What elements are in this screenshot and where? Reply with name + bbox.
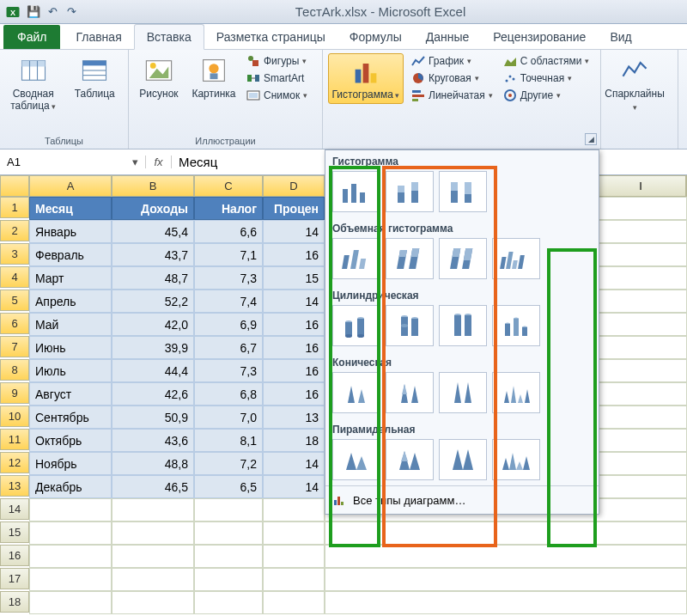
cell-month[interactable]: Сентябрь [29,406,112,429]
row-header-18[interactable]: 18 [0,591,29,613]
cell-percent[interactable]: 16 [263,359,325,382]
empty-cell[interactable] [263,545,325,568]
name-box[interactable]: A1▾ [0,156,146,168]
table-button[interactable]: Таблица [67,53,124,101]
cylinder-clustered[interactable] [332,305,380,346]
cell-month[interactable]: Июль [29,359,112,382]
histogram-100stacked-3d[interactable] [439,238,487,279]
pyramid-100stacked[interactable] [439,439,487,480]
column-header-A[interactable]: A [29,175,112,197]
cell-percent[interactable]: 16 [263,313,325,336]
cone-stacked[interactable] [386,372,434,413]
other-charts-button[interactable]: Другие [501,88,593,103]
empty-cell[interactable] [29,568,112,591]
tab-insert[interactable]: Вставка [134,24,204,50]
bar-chart-button[interactable]: Линейчатая [409,88,495,103]
line-chart-button[interactable]: График [409,53,495,69]
row-header-12[interactable]: 12 [0,452,29,473]
all-chart-types-button[interactable]: Все типы диаграмм… [325,485,599,514]
cell-percent[interactable]: 13 [263,406,325,429]
cell-tax[interactable]: 6,9 [194,313,263,336]
empty-cell[interactable] [112,568,194,591]
cell-income[interactable]: 42,6 [112,382,194,406]
cell-month[interactable]: Август [29,382,112,406]
histogram-stacked-3d[interactable] [386,238,434,279]
cell-tax[interactable]: 7,4 [194,290,263,313]
tab-review[interactable]: Рецензирование [481,25,598,49]
histogram-100stacked-2d[interactable] [439,171,487,212]
cell-percent[interactable]: 16 [263,336,325,359]
empty-cell[interactable] [29,545,112,568]
histogram-clustered-3d[interactable] [332,238,380,279]
empty-cell[interactable] [263,568,325,591]
cell-month[interactable]: Июнь [29,336,112,359]
empty-cell[interactable] [325,591,687,614]
tab-data[interactable]: Данные [414,25,482,49]
cell-percent[interactable]: 15 [263,266,325,290]
shapes-button[interactable]: Фигуры [244,53,310,69]
tab-home[interactable]: Главная [64,25,133,49]
cone-clustered[interactable] [332,372,380,413]
cell-income[interactable]: 44,4 [112,359,194,382]
row-header-15[interactable]: 15 [0,521,29,543]
row-header-16[interactable]: 16 [0,545,29,566]
cylinder-stacked[interactable] [386,305,434,346]
histogram-stacked-2d[interactable] [386,171,434,212]
screenshot-button[interactable]: Снимок [244,88,310,103]
cell-income[interactable]: 50,9 [112,406,194,429]
cone-3d[interactable] [492,372,540,413]
row-header-10[interactable]: 10 [0,406,29,427]
charts-dialog-launcher[interactable]: ◢ [585,133,597,145]
save-icon[interactable]: 💾 [26,4,41,20]
pyramid-3d[interactable] [492,439,540,480]
cell-income[interactable]: 48,7 [112,266,194,290]
empty-cell[interactable] [194,591,263,614]
column-header-B[interactable]: B [112,175,194,197]
row-header-11[interactable]: 11 [0,429,29,450]
cell-month[interactable]: Ноябрь [29,452,112,475]
tab-formulas[interactable]: Формулы [337,25,414,49]
cell-month[interactable]: Декабрь [29,475,112,498]
empty-cell[interactable] [194,498,263,521]
pivot-table-button[interactable]: Сводная таблица [5,53,62,114]
pyramid-clustered[interactable] [332,439,380,480]
cell-income[interactable]: 43,7 [112,243,194,266]
row-header-1[interactable]: 1 [0,197,29,218]
cell-month[interactable]: Апрель [29,290,112,313]
column-header-C[interactable]: C [194,175,263,197]
cell-tax[interactable]: 7,2 [194,452,263,475]
empty-cell[interactable] [194,568,263,591]
histogram-button[interactable]: Гистограмма [328,53,404,104]
cell-percent[interactable]: 14 [263,452,325,475]
empty-cell[interactable] [325,545,687,568]
empty-cell[interactable] [325,521,687,545]
row-header-2[interactable]: 2 [0,220,29,241]
redo-icon[interactable]: ↷ [64,4,79,20]
cell-month[interactable]: Март [29,266,112,290]
cylinder-100stacked[interactable] [439,305,487,346]
empty-cell[interactable] [29,498,112,521]
fx-icon[interactable]: fx [146,156,172,168]
pie-chart-button[interactable]: Круговая [409,70,495,86]
cell-month[interactable]: Январь [29,220,112,243]
cell-month[interactable]: Февраль [29,243,112,266]
cell-tax[interactable]: 6,5 [194,475,263,498]
empty-cell[interactable] [194,521,263,545]
empty-cell[interactable] [263,521,325,545]
row-header-7[interactable]: 7 [0,336,29,357]
empty-cell[interactable] [112,591,194,614]
row-header-6[interactable]: 6 [0,313,29,334]
cell-income[interactable]: 52,2 [112,290,194,313]
row-header-3[interactable]: 3 [0,243,29,265]
empty-cell[interactable] [263,591,325,614]
cell-tax[interactable]: 6,7 [194,336,263,359]
row-header-17[interactable]: 17 [0,568,29,589]
cell-percent[interactable]: 14 [263,475,325,498]
row-header-8[interactable]: 8 [0,359,29,381]
empty-cell[interactable] [112,498,194,521]
row-header-4[interactable]: 4 [0,266,29,288]
cell-percent[interactable]: 16 [263,382,325,406]
cell-income[interactable]: 48,8 [112,452,194,475]
cell-tax[interactable]: 7,3 [194,359,263,382]
cell-tax[interactable]: 7,1 [194,243,263,266]
